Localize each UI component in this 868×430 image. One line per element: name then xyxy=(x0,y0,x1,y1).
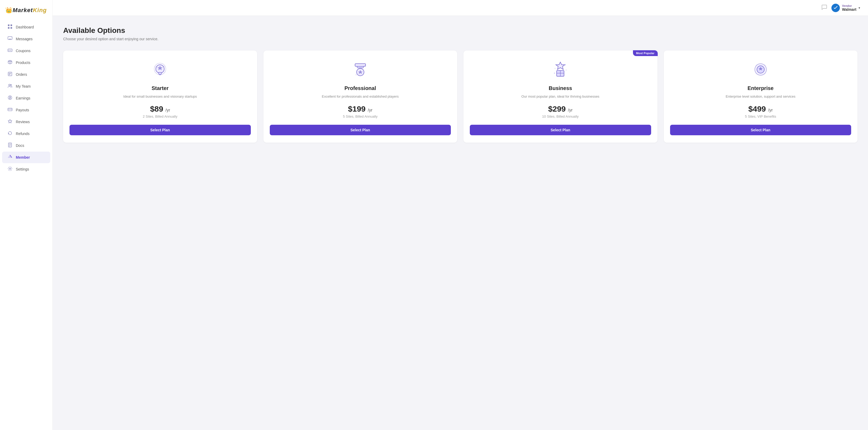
logo: 👑MarketKing xyxy=(0,3,52,19)
plan-desc: Our most popular plan, ideal for thrivin… xyxy=(521,94,599,99)
svg-point-6 xyxy=(9,50,9,51)
plan-period: /yr xyxy=(568,108,573,112)
sidebar-item-label: My Team xyxy=(16,84,31,88)
plan-name: Starter xyxy=(152,85,168,91)
reviews-icon xyxy=(7,119,12,125)
sidebar-item-payouts[interactable]: Payouts xyxy=(2,104,50,116)
sidebar-item-label: Refunds xyxy=(16,131,29,136)
vendor-name: Walmart xyxy=(842,7,857,11)
plan-period: /yr xyxy=(368,108,372,112)
svg-rect-12 xyxy=(8,108,12,111)
sidebar-item-member[interactable]: Member xyxy=(2,152,50,163)
plan-price: $299 /yr xyxy=(548,104,573,114)
svg-point-20 xyxy=(163,66,164,67)
page-subtitle: Choose your desired option and start enj… xyxy=(63,37,858,41)
main-content: Vendor Walmart ▾ Available Options Choos… xyxy=(53,0,868,430)
plan-billing: 5 Sites, Billed Annually xyxy=(343,115,378,118)
svg-point-39 xyxy=(764,65,765,66)
plan-billing: 10 Sites, Billed Annually xyxy=(542,115,579,118)
header: Vendor Walmart ▾ xyxy=(53,0,868,16)
svg-point-9 xyxy=(9,84,10,86)
plan-price: $199 /yr xyxy=(348,104,372,114)
vendor-label: Vendor xyxy=(842,4,857,7)
plan-card-professional: Professional Excellent for professionals… xyxy=(264,51,458,143)
payouts-icon xyxy=(7,107,12,113)
svg-point-33 xyxy=(555,68,556,69)
select-plan-button-starter[interactable]: Select Plan xyxy=(69,125,251,135)
member-icon xyxy=(7,154,12,160)
main-area: Available Options Choose your desired op… xyxy=(53,16,868,430)
earnings-icon xyxy=(7,95,12,101)
dashboard-icon xyxy=(7,24,12,30)
vendor-info: Vendor Walmart xyxy=(842,4,857,11)
svg-point-35 xyxy=(554,73,555,74)
svg-rect-1 xyxy=(10,25,12,26)
sidebar-item-coupons[interactable]: Coupons xyxy=(2,45,50,57)
sidebar-item-label: Docs xyxy=(16,144,24,148)
sidebar-item-label: Earnings xyxy=(16,96,30,100)
plan-icon-business xyxy=(550,59,571,80)
plan-card-starter: Starter Ideal for small businesses and v… xyxy=(63,51,257,143)
messages-icon xyxy=(7,36,12,42)
sidebar-item-label: Orders xyxy=(16,72,27,76)
svg-point-10 xyxy=(10,85,11,86)
vendor-avatar xyxy=(831,4,840,12)
plan-name: Professional xyxy=(344,85,376,91)
svg-point-28 xyxy=(355,74,356,75)
svg-rect-2 xyxy=(8,27,9,29)
sidebar-item-label: Reviews xyxy=(16,120,30,124)
svg-rect-0 xyxy=(8,25,9,26)
plan-name: Enterprise xyxy=(747,85,774,91)
plan-billing: 5 Sites, VIP Benefits xyxy=(745,115,776,118)
plan-card-enterprise: Enterprise Enterprise level solution, su… xyxy=(664,51,858,143)
plan-period: /yr xyxy=(768,108,773,112)
vendor-dropdown[interactable]: Vendor Walmart ▾ xyxy=(831,4,860,12)
select-plan-button-business[interactable]: Select Plan xyxy=(470,125,651,135)
plan-icon-enterprise xyxy=(750,59,771,80)
sidebar-item-products[interactable]: Products xyxy=(2,57,50,68)
sidebar-item-messages[interactable]: Messages xyxy=(2,33,50,45)
plans-grid: Starter Ideal for small businesses and v… xyxy=(63,51,858,143)
plan-desc: Enterprise level solution, support and s… xyxy=(725,94,795,99)
sidebar-item-label: Coupons xyxy=(16,49,31,53)
plan-price: $89 /yr xyxy=(150,104,170,114)
my-team-icon xyxy=(7,84,12,89)
select-plan-button-enterprise[interactable]: Select Plan xyxy=(670,125,851,135)
plan-billing: 2 Sites, Billed Annually xyxy=(143,115,177,118)
svg-point-38 xyxy=(756,65,757,66)
sidebar-item-my-team[interactable]: My Team xyxy=(2,81,50,92)
sidebar-item-label: Member xyxy=(16,155,30,159)
sidebar-item-docs[interactable]: Docs xyxy=(2,140,50,151)
sidebar-item-label: Settings xyxy=(16,167,29,171)
svg-point-27 xyxy=(364,65,365,66)
sidebar-item-refunds[interactable]: Refunds xyxy=(2,128,50,140)
plan-period: /yr xyxy=(165,108,170,112)
svg-point-23 xyxy=(155,67,156,67)
sidebar-item-label: Payouts xyxy=(16,108,29,112)
sidebar-item-settings[interactable]: Settings xyxy=(2,163,50,175)
svg-point-15 xyxy=(9,168,11,170)
settings-icon xyxy=(7,166,12,172)
coupons-icon xyxy=(7,48,12,54)
chat-icon[interactable] xyxy=(822,4,827,11)
svg-rect-25 xyxy=(357,66,364,68)
sidebar-item-orders[interactable]: Orders xyxy=(2,69,50,80)
select-plan-button-professional[interactable]: Select Plan xyxy=(270,125,451,135)
plan-desc: Excellent for professionals and establis… xyxy=(322,94,399,99)
page-title: Available Options xyxy=(63,26,858,35)
sidebar-item-dashboard[interactable]: Dashboard xyxy=(2,21,50,33)
plan-desc: Ideal for small businesses and visionary… xyxy=(123,94,197,99)
sidebar-item-label: Products xyxy=(16,61,30,65)
plan-card-business: Most Popular Business Our most popular p… xyxy=(463,51,657,143)
svg-rect-3 xyxy=(10,27,12,29)
chevron-down-icon: ▾ xyxy=(859,6,860,10)
sidebar-item-earnings[interactable]: Earnings xyxy=(2,92,50,104)
sidebar-item-reviews[interactable]: Reviews xyxy=(2,116,50,128)
crown-icon: 👑 xyxy=(5,7,12,13)
plan-price: $499 /yr xyxy=(748,104,773,114)
svg-point-40 xyxy=(756,73,757,74)
most-popular-badge: Most Popular xyxy=(633,50,658,56)
products-icon xyxy=(7,60,12,65)
svg-point-22 xyxy=(164,72,165,73)
svg-rect-24 xyxy=(355,64,366,66)
